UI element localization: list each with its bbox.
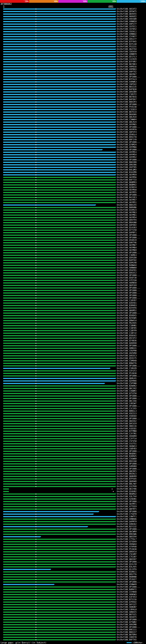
hit-bar[interactable] — [3, 561, 115, 562]
hit-label[interactable]: UniRef100_Q4P4D2 — [115, 224, 137, 226]
hit-bar[interactable] — [3, 637, 115, 638]
hit-bar[interactable] — [3, 275, 115, 276]
hit-bar[interactable] — [3, 202, 115, 203]
hit-bar[interactable] — [3, 308, 115, 309]
hit-bar[interactable] — [3, 556, 115, 558]
hit-label[interactable]: UniRef100_Q74B36 — [115, 340, 137, 342]
hit-label[interactable]: UniRef100_A9XDR9 — [115, 435, 137, 438]
hit-label[interactable]: UniRef100_C5GW68 — [115, 458, 137, 460]
hit-bar[interactable] — [3, 102, 115, 102]
hit-bar[interactable] — [3, 124, 115, 125]
hit-label[interactable]: UniRef100_B6K2X5 — [115, 204, 137, 206]
hit-label[interactable]: UniRef100_B4NW44 — [115, 264, 137, 266]
hit-bar[interactable] — [3, 627, 115, 628]
hit-label[interactable]: UniRef100_B6BKN0 — [115, 576, 137, 578]
hit-bar[interactable] — [3, 96, 115, 98]
hit-bar[interactable] — [3, 616, 115, 618]
hit-bar[interactable] — [3, 524, 115, 525]
hit-bar[interactable] — [3, 132, 115, 133]
hit-bar[interactable] — [3, 11, 115, 12]
hit-label[interactable]: UniRef100_C4R4L8 — [115, 608, 137, 611]
hit-label[interactable]: UniRef100_Q77258 — [115, 229, 137, 232]
hit-bar[interactable] — [3, 639, 115, 640]
hit-bar[interactable] — [3, 149, 102, 150]
hit-bar[interactable] — [3, 604, 115, 605]
hit-bar[interactable] — [3, 396, 115, 396]
hit-label[interactable]: UniRef100_C4Y1F2 — [115, 370, 137, 372]
hit-bar[interactable] — [3, 154, 115, 155]
hit-label[interactable]: UniRef100_B9F1Y0 — [115, 138, 137, 141]
hit-bar[interactable] — [3, 227, 115, 228]
hit-bar[interactable] — [3, 265, 115, 266]
hit-bar[interactable] — [3, 335, 115, 336]
hit-label[interactable]: UniRef100_Q61Y86 — [115, 488, 137, 490]
hit-label[interactable]: UniRef100_P53030 — [115, 372, 137, 375]
hit-label[interactable]: UniRef100_B5DDX5 — [115, 314, 137, 317]
hit-bar[interactable] — [3, 406, 115, 407]
hit-label[interactable]: UniRef100_UP1000... — [115, 586, 140, 588]
hit-bar[interactable] — [3, 468, 115, 470]
hit-bar[interactable] — [3, 350, 115, 351]
hit-bar[interactable] — [3, 162, 115, 163]
hit-bar[interactable] — [3, 514, 93, 515]
hit-label[interactable]: UniRef100_B6K3D8 — [115, 161, 137, 164]
hit-bar[interactable] — [3, 292, 115, 294]
hit-label[interactable]: UniRef100_C9SP90 — [115, 350, 137, 352]
hit-label[interactable]: UniRef100_UP1000... — [115, 158, 140, 161]
hit-bar[interactable] — [3, 506, 115, 507]
hit-bar[interactable] — [3, 408, 115, 409]
hit-label[interactable]: UniRef100_UP1000... — [115, 405, 140, 407]
hit-label[interactable]: UniRef100_A9NK06 — [115, 518, 137, 520]
hit-label[interactable]: UniRef100_Q7RXU2 — [115, 601, 137, 603]
hit-label[interactable]: UniRef100_Q4PM79 — [115, 520, 137, 523]
hit-bar[interactable] — [3, 634, 115, 635]
hit-bar[interactable] — [3, 318, 115, 319]
hit-label[interactable]: UniRef100_Q0E9E5 — [115, 470, 137, 473]
hit-label[interactable]: UniRef100_Q517L3 — [115, 56, 137, 58]
hit-bar[interactable] — [3, 285, 115, 286]
hit-label[interactable]: UniRef100_Q8LR24 — [115, 121, 137, 123]
hit-bar[interactable] — [3, 240, 115, 241]
hit-label[interactable]: UniRef100_UP1000... — [115, 344, 140, 347]
hit-bar[interactable] — [3, 418, 115, 419]
hit-bar[interactable] — [3, 438, 115, 439]
hit-bar[interactable] — [3, 262, 115, 264]
hit-bar[interactable] — [3, 122, 115, 123]
hit-bar[interactable] — [3, 257, 115, 258]
hit-label[interactable]: UniRef100_B6TE33 — [115, 111, 137, 113]
hit-label[interactable]: UniRef100_B1RKC1 — [115, 571, 137, 573]
hit-bar[interactable] — [3, 370, 115, 372]
hit-bar[interactable] — [3, 272, 115, 274]
hit-bar[interactable] — [3, 192, 115, 193]
hit-bar[interactable] — [3, 426, 115, 427]
hit-bar[interactable] — [3, 481, 115, 482]
hit-label[interactable]: UniRef100_A7E5S0 — [115, 279, 137, 282]
hit-label[interactable]: UniRef100_A5DE04 — [115, 415, 137, 418]
hit-bar[interactable] — [3, 104, 115, 105]
hit-label[interactable]: UniRef100_Q6BVW9 — [115, 480, 137, 483]
hit-label[interactable]: UniRef100_B75216 — [115, 598, 137, 601]
hit-bar[interactable] — [3, 322, 115, 324]
hit-label[interactable]: UniRef100_B9E111 — [115, 628, 137, 631]
hit-label[interactable]: UniRef100_UP1000... — [115, 418, 140, 420]
hit-bar[interactable] — [3, 210, 115, 211]
hit-label[interactable]: UniRef100_A9PD16 — [115, 66, 137, 68]
hit-label[interactable]: UniRef100_O00116 — [115, 425, 137, 428]
hit-bar[interactable] — [3, 54, 115, 55]
hit-label[interactable]: UniRef100_B6T8C6 — [115, 96, 137, 98]
hit-bar[interactable] — [3, 99, 115, 100]
hit-label[interactable]: UniRef100_B7F9R7 — [115, 60, 137, 63]
hit-label[interactable]: UniRef100_A2QGN1 — [115, 498, 137, 500]
hit-bar[interactable] — [3, 64, 115, 65]
hit-bar[interactable] — [3, 403, 115, 404]
hit-label[interactable]: UniRef100_UP1000... — [115, 297, 140, 299]
hit-label[interactable]: UniRef100_A6YM63 — [115, 211, 137, 214]
hit-label[interactable]: UniRef100_A9XW44 — [115, 543, 137, 546]
hit-label[interactable]: UniRef100_UP1000... — [115, 375, 140, 377]
hit-label[interactable]: UniRef100_UP1000... — [115, 289, 140, 292]
hit-label[interactable]: UniRef100_A9P7X2 — [115, 70, 137, 73]
hit-label[interactable]: UniRef100_B4FN38 — [115, 88, 137, 91]
hit-bar[interactable] — [3, 212, 115, 213]
hit-label[interactable]: UniRef100_B4LQM3 — [115, 168, 137, 171]
hit-bar[interactable] — [3, 71, 115, 72]
